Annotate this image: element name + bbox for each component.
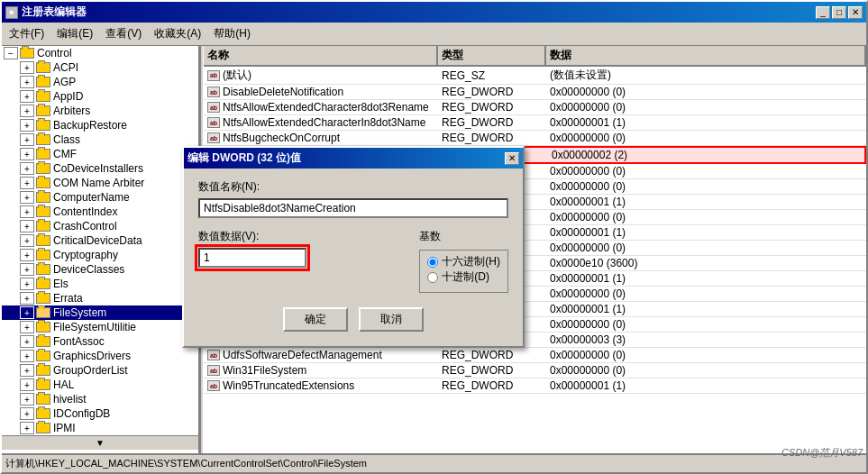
tree-item-contentindex[interactable]: + ContentIndex [2,205,198,219]
tree-item-cmf[interactable]: + CMF [2,147,198,161]
tree-label-els: Els [53,278,69,290]
dialog-ok-button[interactable]: 确定 [283,307,348,332]
row-icon-ab: ab [207,102,220,113]
tree-folder-filesystemutilities [36,322,50,333]
tree-folder-arbiters [36,105,50,116]
tree-expander-hivelist[interactable]: + [20,393,34,406]
dialog-name-input[interactable] [198,198,508,218]
tree-item-comnamearbiter[interactable]: + COM Name Arbiter [2,176,198,190]
dialog-buttons: 确定 取消 [198,307,508,335]
tree-item-els[interactable]: + Els [2,277,198,291]
tree-item-errata[interactable]: + Errata [2,291,198,305]
tree-item-graphicsdrivers[interactable]: + GraphicsDrivers [2,349,198,363]
table-row[interactable]: ab Win95TruncatedExtensions REG_DWORD 0x… [204,378,866,394]
dialog-close-button[interactable]: ✕ [505,152,519,165]
tree-expander-contentindex[interactable]: + [20,205,34,218]
tree-expander-deviceclasses[interactable]: + [20,263,34,276]
tree-expander-graphicsdrivers[interactable]: + [20,350,34,362]
tree-folder-hal [36,379,50,390]
dialog-cancel-button[interactable]: 取消 [359,307,424,332]
menu-help[interactable]: 帮助(H) [208,24,256,43]
tree-expander-backuprestore[interactable]: + [20,119,34,132]
minimize-button[interactable]: _ [816,6,830,19]
tree-item-grouporderlist[interactable]: + GroupOrderList [2,363,198,378]
close-button[interactable]: ✕ [848,6,863,19]
tree-item-codeviceinstallers[interactable]: + CoDeviceInstallers [2,161,198,176]
tree-expander-els[interactable]: + [20,278,34,290]
tree-expander-cryptography[interactable]: + [20,249,34,261]
tree-root[interactable]: − Control [2,46,198,60]
tree-expander-filesystemutilities[interactable]: + [20,321,34,333]
tree-expander-fontassoc[interactable]: + [20,335,34,348]
tree-item-acpi[interactable]: + ACPI [2,60,198,75]
table-row[interactable]: ab NtfsAllowExtendedCharacterIn8dot3Name… [204,115,866,131]
row-icon-ab: ab [207,132,220,143]
table-row[interactable]: ab Win31FileSystem REG_DWORD 0x00000000 … [204,363,866,378]
dec-radio-label[interactable]: 十进制(D) [427,269,500,285]
tree-expander-arbiters[interactable]: + [20,105,34,117]
cell-data: 0x00000001 (1) [546,225,866,240]
tree-expander-hal[interactable]: + [20,378,34,391]
tree-root-expander[interactable]: − [4,47,18,59]
tree-item-filesystem[interactable]: + FileSystem [2,305,198,320]
tree-expander-filesystem[interactable]: + [20,306,34,319]
table-row[interactable]: ab (默认) REG_SZ (数值未设置) [204,67,866,85]
tree-label-hivelist: hivelist [53,393,87,406]
tree-scroll-down[interactable]: ▼ [2,435,198,450]
hex-radio[interactable] [427,257,438,268]
table-row[interactable]: ab DisableDeleteNotification REG_DWORD 0… [204,85,866,100]
tree-item-arbiters[interactable]: + Arbiters [2,104,198,118]
menu-favorites[interactable]: 收藏夹(A) [149,24,206,43]
tree-expander-computername[interactable]: + [20,191,34,204]
hex-radio-label[interactable]: 十六进制(H) [427,254,500,269]
maximize-button[interactable]: □ [832,6,846,19]
tree-expander-ipmi[interactable]: + [20,422,34,434]
tree-expander-agp[interactable]: + [20,76,34,88]
menu-view[interactable]: 查看(V) [100,24,147,43]
tree-item-class[interactable]: + Class [2,132,198,147]
row-icon-ab: ab [207,350,220,360]
tree-item-agp[interactable]: + AGP [2,75,198,89]
tree-label-criticaldevicedata: CriticalDeviceData [53,234,142,247]
tree-item-criticaldevicedata[interactable]: + CriticalDeviceData [2,233,198,248]
tree-item-hal[interactable]: + HAL [2,378,198,392]
tree-root-label: Control [37,47,72,59]
tree-expander-comnamearbiter[interactable]: + [20,177,34,189]
tree-item-backuprestore[interactable]: + BackupRestore [2,118,198,132]
tree-item-ipmi[interactable]: + IPMI [2,421,198,435]
table-row[interactable]: ab NtfsAllowExtendedCharacter8dot3Rename… [204,100,866,115]
dialog-value-input[interactable] [198,248,306,268]
table-row[interactable]: ab UdfsSoftwareDefectManagement REG_DWOR… [204,348,866,363]
cell-type: REG_DWORD [438,85,546,99]
tree-folder-graphicsdrivers [36,351,50,361]
table-row[interactable]: ab NtfsBugcheckOnCorrupt REG_DWORD 0x000… [204,131,866,146]
menu-file[interactable]: 文件(F) [4,24,50,43]
tree-item-appid[interactable]: + AppID [2,89,198,104]
tree-item-deviceclasses[interactable]: + DeviceClasses [2,262,198,277]
dec-radio[interactable] [427,272,438,283]
tree-expander-class[interactable]: + [20,133,34,146]
tree-item-crashcontrol[interactable]: + CrashControl [2,219,198,233]
tree-expander-cmf[interactable]: + [20,148,34,160]
title-bar-buttons: _ □ ✕ [816,6,863,19]
tree-item-idconfigdb[interactable]: + IDConfigDB [2,406,198,421]
tree-expander-appid[interactable]: + [20,90,34,103]
tree-item-fontassoc[interactable]: + FontAssoc [2,334,198,349]
cell-name: ab NtfsAllowExtendedCharacter8dot3Rename [204,100,438,114]
tree-expander-acpi[interactable]: + [20,61,34,74]
tree-expander-errata[interactable]: + [20,292,34,305]
tree-expander-criticaldevicedata[interactable]: + [20,234,34,247]
tree-item-hivelist[interactable]: + hivelist [2,392,198,406]
row-icon-ab: ab [207,117,220,128]
tree-expander-idconfigdb[interactable]: + [20,407,34,420]
menu-edit[interactable]: 编辑(E) [51,24,98,43]
cell-type: REG_DWORD [438,363,546,378]
tree-expander-grouporderlist[interactable]: + [20,364,34,377]
tree-folder-appid [36,91,50,102]
tree-label-grouporderlist: GroupOrderList [53,364,128,377]
tree-item-computername[interactable]: + ComputerName [2,190,198,205]
tree-expander-crashcontrol[interactable]: + [20,220,34,232]
tree-item-cryptography[interactable]: + Cryptography [2,248,198,262]
tree-item-filesystemutilities[interactable]: + FileSystemUtilitie [2,320,198,334]
tree-expander-codeviceinstallers[interactable]: + [20,162,34,175]
